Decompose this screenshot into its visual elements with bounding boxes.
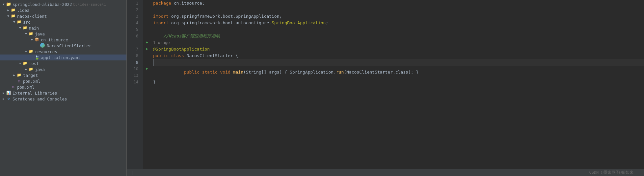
idea-folder-icon: 📁 [11,8,16,13]
target-label: target [23,73,38,78]
ln-7: 7 [127,46,140,53]
spring-app-ref: SpringApplication. [290,69,336,76]
run-icon-7[interactable]: ▶ [145,39,150,45]
code-line-9 [153,59,644,66]
classname-8: NacosClientStarter [187,53,233,59]
kw-class-8: class [171,53,184,59]
sidebar: ▼ 📁 springcloud-alibaba-2022 D:\idea-spa… [0,0,127,176]
pom-nacos-label: pom.xml [23,79,40,84]
sidebar-item-scratches[interactable]: ▶ ⚙ Scratches and Consoles [0,96,126,102]
project-root[interactable]: ▼ 📁 springcloud-alibaba-2022 D:\idea-spa… [0,1,126,7]
yaml-icon: 🍃 [34,55,40,60]
ln-6: 6 [127,33,140,39]
sidebar-item-pom-nacos[interactable]: m pom.xml [0,78,126,84]
nacos-client-arrow: ▼ [6,14,11,18]
code-area[interactable]: 1 2 3 4 5 6 · 7 8 9 10 13 14 ▶ ▶ ▶ packa… [127,0,644,169]
src-arrow: ▼ [12,20,16,24]
kw-package: package [153,0,171,7]
brace-open-10: { [284,69,287,76]
dot-class: .class [393,69,408,76]
java-label: java [35,32,45,36]
ln-usage: · [127,39,140,46]
sidebar-item-package[interactable]: ▼ 📦 cn.itsource [0,37,126,43]
pom-root-icon: m [11,84,16,90]
idea-arrow: ▶ [6,9,11,12]
sidebar-item-external-libraries[interactable]: ▶ 📊 External Libraries [0,90,126,96]
test-arrow: ▼ [18,62,22,65]
sidebar-item-target[interactable]: ▶ 📁 target [0,72,126,78]
cursor-position-indicator: | [131,170,133,175]
ln-2: 2 [127,7,140,13]
ext-lib-icon: 📊 [6,90,11,96]
semi-3: ; [280,13,282,20]
nacos-starter-icon [40,43,45,48]
method-run: run [336,69,344,76]
pom-nacos-icon: m [16,78,22,84]
main-label: main [29,26,39,31]
package-icon: 📦 [34,37,40,42]
ln-9: 9 [127,59,140,66]
idea-label: .idea [17,8,30,13]
sidebar-item-java[interactable]: ▼ 📁 java [0,31,126,37]
import-2-path-plain: org.springframework.boot.autoconfigure. [171,20,272,26]
gutter: ▶ ▶ ▶ [143,0,150,169]
brace-close-10: } [416,69,418,76]
main-folder-icon: 📁 [22,25,28,31]
java-folder-icon: 📁 [28,31,34,36]
package-arrow: ▼ [30,38,34,41]
resources-folder-icon: 📁 [28,49,34,54]
kw-import-1: import [153,13,169,20]
src-label: src [23,20,31,25]
project-root-arrow: ▼ [1,3,6,6]
sidebar-item-test[interactable]: ▼ 📁 test [0,60,126,66]
paren-open: ( [243,69,246,76]
string-arg: String [246,69,261,76]
ln-5: 5 [127,26,140,33]
sidebar-item-idea[interactable]: ▶ 📁 .idea [0,7,126,13]
code-line-5 [153,26,644,33]
kw-public-10: public [184,69,200,76]
test-label: test [29,61,39,66]
line-numbers: 1 2 3 4 5 6 · 7 8 9 10 13 14 [127,0,143,169]
code-content[interactable]: package cn.itsource; import org.springfr… [150,0,644,169]
sidebar-item-src[interactable]: ▼ 📁 src [0,19,126,25]
brace-close-13: } [153,79,156,85]
sidebar-item-NacosClientStarter[interactable]: NacosClientStarter [0,43,126,49]
target-arrow: ▶ [12,74,16,77]
method-main: main [233,69,243,76]
resources-arrow: ▼ [24,50,28,53]
code-line-10: public static void main(String[] args) {… [153,66,644,79]
sidebar-item-main[interactable]: ▼ 📁 main [0,25,126,31]
ext-lib-arrow: ▶ [1,91,6,95]
sidebar-item-java-test[interactable]: ▶ 📁 java [0,66,126,72]
kw-public-8: public [153,53,169,59]
run-icon-8[interactable]: ▶ [145,46,150,51]
import-2-class: SpringBootApplication [272,20,326,26]
target-folder-icon: 📁 [16,73,22,78]
kw-void-10: void [220,69,230,76]
java-test-folder-icon: 📁 [28,67,34,72]
bracket: [] [261,69,267,76]
code-line-4: import org.springframework.boot.autoconf… [153,20,644,26]
src-folder-icon: 📁 [16,19,22,25]
sidebar-item-pom-root[interactable]: m pom.xml [0,84,126,90]
cursor [153,59,156,66]
run-icon-10[interactable]: ▶ [145,66,150,71]
package-ref: cn.itsource [174,0,202,7]
java-test-label: java [35,67,45,72]
semi-4: ; [326,20,328,26]
ln-4: 4 [127,20,140,26]
kw-import-2: import [153,20,169,26]
ext-lib-label: External Libraries [13,91,57,96]
nacos-class-ref: NacosClientStarter [346,69,393,76]
nacos-starter-label: NacosClientStarter [47,43,91,48]
project-tree: ▼ 📁 springcloud-alibaba-2022 D:\idea-spa… [0,0,126,176]
sidebar-item-resources[interactable]: ▼ 📁 resources [0,49,126,55]
code-line-13: } [153,79,644,85]
java-arrow: ▼ [24,32,28,35]
code-line-7: @SpringBootApplication [153,46,644,53]
sidebar-item-nacos-client[interactable]: ▼ 📁 nacos-client [0,13,126,19]
sidebar-item-application-yaml[interactable]: 🍃 application.yaml [0,55,126,60]
watermark-text: CSDN @墨家巨子@俗如来 [589,170,633,175]
scratches-arrow: ▶ [1,97,6,100]
